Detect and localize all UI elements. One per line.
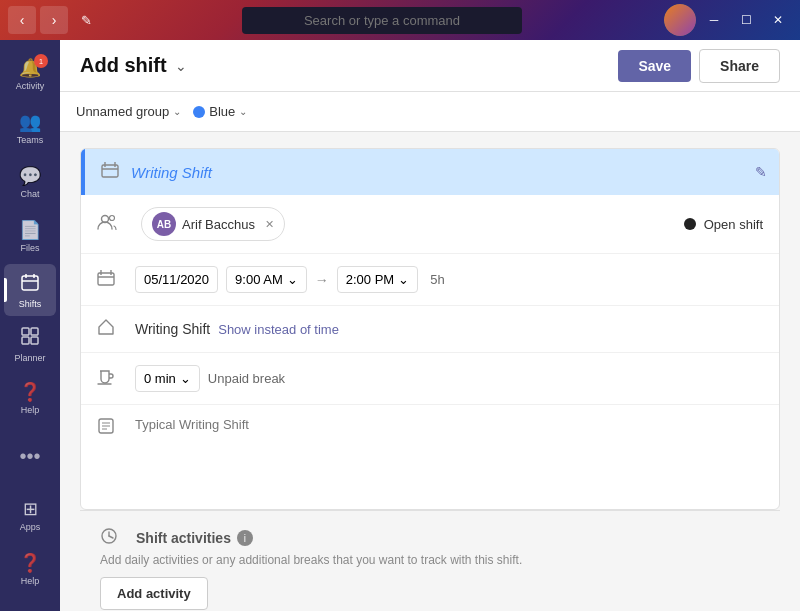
people-row-icon: [97, 214, 117, 234]
sidebar-item-planner[interactable]: Planner: [4, 318, 56, 370]
topbar-right: Save Share: [618, 49, 780, 83]
color-chevron-icon: ⌄: [239, 106, 247, 117]
shift-title-row: ✎: [81, 149, 779, 195]
edit-icon[interactable]: ✎: [72, 6, 100, 34]
date-select[interactable]: 05/11/2020: [135, 266, 218, 293]
close-button[interactable]: ✕: [764, 6, 792, 34]
color-dot: [193, 106, 205, 118]
chip-close-icon[interactable]: ✕: [265, 218, 274, 231]
teams-icon: 👥: [19, 111, 41, 133]
activities-description: Add daily activities or any additional b…: [100, 553, 760, 567]
open-shift-section: Open shift: [684, 217, 763, 232]
activities-section: Shift activities i Add daily activities …: [80, 510, 780, 611]
show-instead-link[interactable]: Show instead of time: [218, 322, 339, 337]
sidebar-label-shifts: Shifts: [19, 299, 42, 309]
filterbar: Unnamed group ⌄ Blue ⌄: [60, 92, 800, 132]
user-avatar: AB: [152, 212, 176, 236]
sidebar-label-files: Files: [20, 243, 39, 253]
end-time-value: 2:00 PM: [346, 272, 394, 287]
search-input[interactable]: [242, 7, 522, 34]
user-initials: AB: [157, 219, 171, 230]
avatar: [664, 4, 696, 36]
svg-line-25: [109, 536, 113, 538]
sidebar-item-apps[interactable]: ⊞ Apps: [4, 489, 56, 541]
date-value: 05/11/2020: [144, 272, 209, 287]
datetime-row-icon: [97, 269, 115, 291]
files-icon: 📄: [19, 219, 41, 241]
add-activity-button[interactable]: Add activity: [100, 577, 208, 610]
app-body: 🔔 Activity 1 👥 Teams 💬 Chat 📄 Files: [0, 40, 800, 611]
people-row: AB Arif Bacchus ✕ Open shift: [81, 195, 779, 254]
forward-button[interactable]: ›: [40, 6, 68, 34]
sidebar-item-teams[interactable]: 👥 Teams: [4, 102, 56, 154]
main-content: Add shift ⌄ Save Share Unnamed group ⌄ B…: [60, 40, 800, 611]
end-time-select[interactable]: 2:00 PM ⌄: [337, 266, 418, 293]
activity-badge: 1: [34, 54, 48, 68]
topbar-left: Add shift ⌄: [80, 54, 187, 77]
sidebar-label-help-mid: Help: [21, 405, 40, 415]
svg-rect-0: [22, 276, 38, 290]
chat-icon: 💬: [19, 165, 41, 187]
svg-rect-5: [31, 328, 38, 335]
datetime-row: 05/11/2020 9:00 AM ⌄ → 2:00 PM ⌄ 5h: [81, 254, 779, 306]
color-dropdown[interactable]: Blue ⌄: [193, 104, 247, 119]
break-row-icon: [97, 368, 115, 390]
shift-title-input[interactable]: [131, 164, 763, 181]
start-time-chevron: ⌄: [287, 272, 298, 287]
content-area: ✎ AB: [60, 132, 800, 611]
break-row: 0 min ⌄ Unpaid break: [81, 353, 779, 405]
minimize-button[interactable]: ─: [700, 6, 728, 34]
shift-title-edit-icon[interactable]: ✎: [755, 164, 767, 180]
sidebar-item-activity[interactable]: 🔔 Activity 1: [4, 48, 56, 100]
page-title: Add shift: [80, 54, 167, 77]
notes-row: [81, 405, 779, 509]
group-dropdown[interactable]: Unnamed group ⌄: [76, 104, 181, 119]
sidebar-label-apps: Apps: [20, 522, 41, 532]
sidebar-label-chat: Chat: [20, 189, 39, 199]
notes-row-icon: [97, 417, 115, 439]
label-text: Writing Shift: [135, 321, 210, 337]
activities-info-icon[interactable]: i: [237, 530, 253, 546]
color-label: Blue: [209, 104, 235, 119]
help-bottom-icon: ❓: [19, 552, 41, 574]
group-chevron-icon: ⌄: [173, 106, 181, 117]
svg-rect-4: [22, 328, 29, 335]
chip-name: Arif Bacchus: [182, 217, 255, 232]
back-button[interactable]: ‹: [8, 6, 36, 34]
topbar: Add shift ⌄ Save Share: [60, 40, 800, 92]
sidebar-item-shifts[interactable]: Shifts: [4, 264, 56, 316]
share-button[interactable]: Share: [699, 49, 780, 83]
svg-point-13: [110, 216, 115, 221]
break-type-label: Unpaid break: [208, 371, 285, 386]
apps-icon: ⊞: [23, 498, 38, 520]
sidebar-item-chat[interactable]: 💬 Chat: [4, 156, 56, 208]
start-time-value: 9:00 AM: [235, 272, 283, 287]
titlebar-left: ‹ › ✎: [8, 6, 100, 34]
svg-rect-6: [22, 337, 29, 344]
sidebar-label-activity: Activity: [16, 81, 45, 91]
more-button[interactable]: •••: [19, 445, 40, 468]
notes-textarea[interactable]: [135, 417, 763, 497]
time-arrow-icon: →: [315, 272, 329, 288]
save-button[interactable]: Save: [618, 50, 691, 82]
title-dropdown-arrow[interactable]: ⌄: [175, 58, 187, 74]
sidebar-label-teams: Teams: [17, 135, 44, 145]
break-duration-value: 0 min: [144, 371, 176, 386]
sidebar-item-files[interactable]: 📄 Files: [4, 210, 56, 262]
titlebar-right: ─ ☐ ✕: [664, 4, 792, 36]
label-row-icon: [97, 318, 115, 340]
open-shift-dot: [684, 218, 696, 230]
label-row: Writing Shift Show instead of time: [81, 306, 779, 353]
sidebar-item-help-bottom[interactable]: ❓ Help: [4, 543, 56, 595]
maximize-button[interactable]: ☐: [732, 6, 760, 34]
break-chevron: ⌄: [180, 371, 191, 386]
activities-clock-icon: [100, 527, 118, 549]
break-duration-select[interactable]: 0 min ⌄: [135, 365, 200, 392]
planner-icon: [20, 326, 40, 351]
form-card: ✎ AB: [80, 148, 780, 510]
sidebar-item-help-mid[interactable]: ❓ Help: [4, 372, 56, 424]
svg-rect-7: [31, 337, 38, 344]
start-time-select[interactable]: 9:00 AM ⌄: [226, 266, 307, 293]
shifts-icon: [20, 272, 40, 297]
open-shift-label: Open shift: [704, 217, 763, 232]
